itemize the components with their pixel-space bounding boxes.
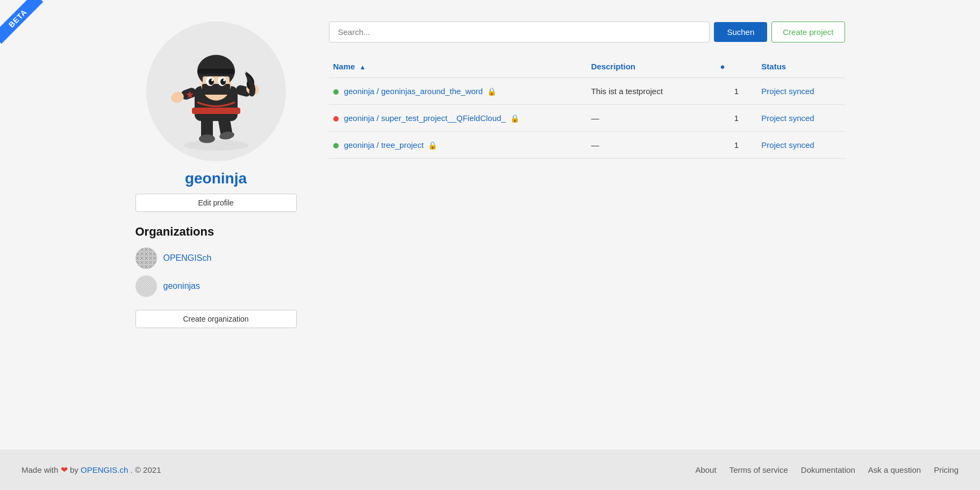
org-name-geoninjas: geoninjas <box>163 281 201 291</box>
footer-copyright: . © 2021 <box>131 465 161 474</box>
project-description-cell: This ist a testproject <box>587 78 716 105</box>
org-avatar-opengisch <box>135 247 157 269</box>
status-dot-icon <box>333 116 339 122</box>
svg-point-19 <box>211 79 213 81</box>
footer-link-pricing[interactable]: Pricing <box>934 465 958 474</box>
svg-point-0 <box>184 140 248 151</box>
col-header-status[interactable]: Status <box>757 55 845 78</box>
person-icon: ● <box>720 62 725 71</box>
status-text: Project synced <box>761 113 814 123</box>
footer-made-with: Made with <box>22 465 58 474</box>
project-link[interactable]: geoninja / tree_project <box>344 140 424 150</box>
beta-ribbon: BETA <box>0 0 54 54</box>
footer-company-link[interactable]: OPENGIS.ch <box>81 465 128 474</box>
footer: Made with ❤ by OPENGIS.ch . © 2021 About… <box>0 450 980 490</box>
search-button[interactable]: Suchen <box>714 22 767 42</box>
lock-icon: 🔒 <box>428 141 437 150</box>
sort-arrow-icon: ▲ <box>360 63 366 71</box>
project-status-cell: Project synced <box>757 105 845 132</box>
project-members-cell: 1 <box>716 105 757 132</box>
project-members-cell: 1 <box>716 78 757 105</box>
footer-link-question[interactable]: Ask a question <box>868 465 921 474</box>
project-status-cell: Project synced <box>757 78 845 105</box>
footer-by: by <box>70 465 78 474</box>
org-name-opengisch: OPENGISch <box>163 253 212 263</box>
search-bar: Suchen Create project <box>329 22 845 42</box>
project-members-cell: 1 <box>716 132 757 159</box>
username: geoninja <box>185 170 247 187</box>
footer-left: Made with ❤ by OPENGIS.ch . © 2021 <box>22 465 161 475</box>
project-link[interactable]: geoninja / super_test_project__QFieldClo… <box>344 113 506 123</box>
org-item[interactable]: geoninjas <box>135 275 297 297</box>
footer-link-terms[interactable]: Terms of service <box>729 465 788 474</box>
beta-label: BETA <box>0 0 43 44</box>
edit-profile-button[interactable]: Edit profile <box>135 194 297 212</box>
project-link[interactable]: geoninja / geoninjas_around_the_word <box>344 87 483 96</box>
project-name-cell: geoninja / tree_project 🔒 <box>329 132 587 159</box>
table-header-row: Name ▲ Description ● Status <box>329 55 845 78</box>
status-dot-icon <box>333 143 339 148</box>
footer-nav: About Terms of service Dokumentation Ask… <box>695 465 958 474</box>
svg-rect-21 <box>197 69 235 74</box>
lock-icon: 🔒 <box>510 114 519 123</box>
lock-icon: 🔒 <box>487 87 496 96</box>
status-text: Project synced <box>761 87 814 96</box>
footer-link-docs[interactable]: Dokumentation <box>801 465 855 474</box>
status-text: Project synced <box>761 140 814 150</box>
create-project-button[interactable]: Create project <box>771 22 845 42</box>
svg-rect-14 <box>202 84 230 95</box>
col-header-name[interactable]: Name ▲ <box>329 55 587 78</box>
status-dot-icon <box>333 89 339 95</box>
project-description-cell: — <box>587 105 716 132</box>
content: Suchen Create project Name ▲ Description… <box>329 22 845 439</box>
project-name-cell: geoninja / super_test_project__QFieldClo… <box>329 105 587 132</box>
org-list: OPENGISch geoninjas <box>135 247 297 297</box>
col-header-members: ● <box>716 55 757 78</box>
table-row: geoninja / super_test_project__QFieldClo… <box>329 105 845 132</box>
project-description-cell: — <box>587 132 716 159</box>
heart-icon: ❤ <box>61 465 70 474</box>
org-avatar-geoninjas <box>135 275 157 297</box>
sidebar: geoninja Edit profile Organizations OPEN… <box>135 22 297 439</box>
svg-point-3 <box>199 134 215 143</box>
svg-point-20 <box>223 79 225 81</box>
table-row: geoninja / geoninjas_around_the_word 🔒 T… <box>329 78 845 105</box>
table-row: geoninja / tree_project 🔒 — 1 Project sy… <box>329 132 845 159</box>
svg-rect-6 <box>192 108 240 114</box>
project-status-cell: Project synced <box>757 132 845 159</box>
col-header-description[interactable]: Description <box>587 55 716 78</box>
search-input[interactable] <box>329 22 710 42</box>
ninja-avatar-image <box>162 32 270 151</box>
org-item[interactable]: OPENGISch <box>135 247 297 269</box>
projects-table: Name ▲ Description ● Status <box>329 55 845 159</box>
footer-link-about[interactable]: About <box>695 465 716 474</box>
create-org-button[interactable]: Create organization <box>135 310 297 328</box>
avatar <box>146 22 286 161</box>
organizations-title: Organizations <box>135 225 297 239</box>
project-name-cell: geoninja / geoninjas_around_the_word 🔒 <box>329 78 587 105</box>
